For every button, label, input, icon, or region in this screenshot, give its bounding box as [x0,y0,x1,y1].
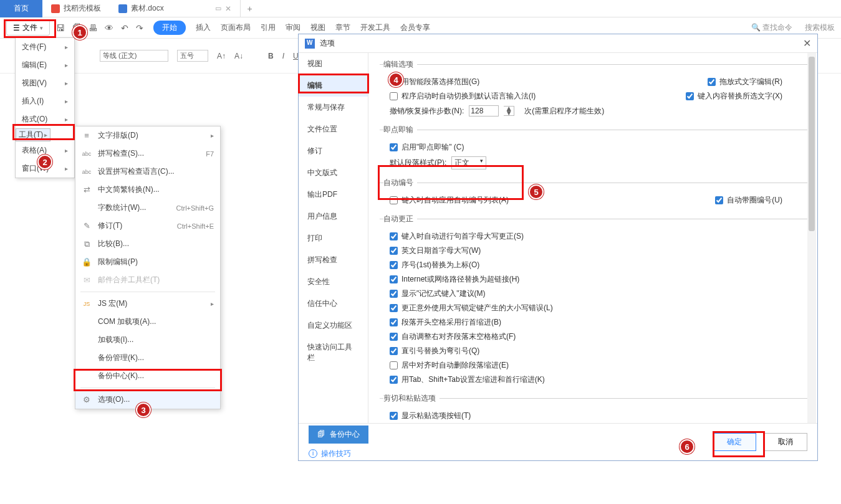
chk-autofix[interactable]: 序号(1st)替换为上标(O) [390,260,479,270]
ribbon-tab-start[interactable]: 开始 [153,21,186,35]
shrink-font-icon[interactable]: A↓ [234,52,243,60]
dlg-nav-item[interactable]: 视图 [299,53,368,75]
undo-steps-input[interactable]: 128 [469,105,499,116]
chk-replace-sel[interactable]: 键入内容替换所选文字(X) [686,91,782,102]
ribbon-tab[interactable]: 视图 [310,22,325,33]
sm-backup-mgr[interactable]: 备份管理(K)... [75,349,220,367]
fm-view[interactable]: 视图(V)▸ [16,74,74,92]
chk-autofix[interactable]: 直引号替换为弯引号(Q) [390,346,479,356]
dlg-nav-item[interactable]: 修订 [299,140,368,162]
sm-chinese-convert[interactable]: ⇄中文简繁转换(N)... [75,181,220,199]
search-template[interactable]: 搜索模板 [805,22,835,33]
mail-icon: ✉ [82,275,92,285]
chk-autofix[interactable]: 更正意外使用大写锁定键产生的大小写错误(L) [390,303,553,313]
dlg-nav-item[interactable]: 打印 [299,227,368,249]
undo-note: 次(需重启程序才能生效) [524,106,604,116]
tab-home[interactable]: 首页 [0,0,42,17]
doc-icon [118,4,127,13]
sm-com-addin[interactable]: COM 加载项(A)... [75,313,220,331]
quick-access: 🖫 🗐 🖶 👁 ↶ ↷ [56,23,143,33]
backup-center-button[interactable]: 🗐备份中心 [309,426,368,444]
dialog-nav: 视图编辑常规与保存文件位置修订中文版式输出PDF用户信息打印拼写检查安全性信任中… [299,53,368,423]
italic-icon[interactable]: I [282,52,284,60]
undo-icon[interactable]: ↶ [121,23,128,33]
dlg-nav-item[interactable]: 常规与保存 [299,97,368,118]
file-menu-button[interactable]: ☰ 文件 ▾ [6,20,50,36]
para-style-select[interactable]: 正文▾ [451,156,486,169]
chk-autofix[interactable]: 居中对齐时自动删除段落缩进(E) [390,360,509,371]
callout-1: 1 [72,25,87,40]
search-area: 🔍 查找命令 搜索模板 [751,22,835,33]
chk-autofix[interactable]: 键入时自动进行句首字母大写更正(S) [390,231,524,242]
bold-icon[interactable]: B [268,52,274,60]
dlg-nav-item[interactable]: 用户信息 [299,206,368,227]
search-command[interactable]: 🔍 查找命令 [751,22,792,33]
ribbon-tab[interactable]: 章节 [335,22,350,33]
ok-button[interactable]: 确定 [713,433,756,451]
cancel-button[interactable]: 取消 [764,433,807,451]
fm-format[interactable]: 格式(O)▸ [16,110,74,128]
chk-drag-edit[interactable]: 拖放式文字编辑(R) [708,77,782,87]
undo-steps-label: 撤销/恢复操作步数(N): [390,106,464,116]
tab-template[interactable]: 找稻壳模板 [42,0,110,17]
sm-addin[interactable]: 加载项(I)... [75,331,220,349]
sm-revise[interactable]: ✎修订(T)Ctrl+Shift+E [75,217,220,235]
chk-paste-btn[interactable]: 显示粘贴选项按钮(T) [390,411,471,421]
doc-close-icon[interactable]: ✕ [225,4,231,13]
print-icon[interactable]: 🖶 [89,23,97,33]
sm-spell-lang[interactable]: abc设置拼写检查语言(C)... [75,163,220,181]
dlg-nav-item[interactable]: 安全性 [299,271,368,293]
fm-tools[interactable]: 工具(T)▸ [16,128,50,141]
ribbon-tab[interactable]: 页面布局 [221,22,251,33]
sm-wordcount[interactable]: 字数统计(W)...Ctrl+Shift+G [75,199,220,217]
doc-restore-icon[interactable]: ▭ [215,4,221,12]
sm-compare[interactable]: ⧉比较(B)... [75,235,220,253]
sm-spellcheck[interactable]: abc拼写检查(S)...F7 [75,145,220,163]
section-paste: 剪切和粘贴选项 [383,393,440,404]
chk-autofix[interactable]: Internet或网络路径替换为超链接(H) [390,274,519,285]
sm-restrict[interactable]: 🔒限制编辑(P) [75,253,220,271]
chk-autonum-circle[interactable]: 自动带圈编号(U) [715,195,782,206]
redo-icon[interactable]: ↷ [136,23,143,33]
dlg-nav-item[interactable]: 信任中心 [299,293,368,315]
tab-document[interactable]: 素材.docx ▭ ✕ [110,0,241,17]
fm-edit[interactable]: 编辑(E)▸ [16,56,74,74]
size-select[interactable]: 五号 [177,50,208,62]
chk-autonum-apply[interactable]: 键入时自动应用自动编号列表(A) [390,195,509,206]
fm-file[interactable]: 文件(F)▸ [16,38,74,56]
chk-autofix[interactable]: 段落开头空格采用行首缩进(B) [390,317,501,328]
sm-js-macro[interactable]: JSJS 宏(M)▸ [75,295,220,313]
dlg-nav-item[interactable]: 中文版式 [299,162,368,184]
new-tab-button[interactable]: + [241,4,259,14]
ribbon-tab[interactable]: 会员专享 [400,22,430,33]
dlg-nav-item[interactable]: 输出PDF [299,184,368,206]
tips-link[interactable]: i操作技巧 [309,449,368,459]
undo-spinner[interactable]: ▲▼ [504,106,514,116]
dialog-title-bar: 选项 ✕ [299,34,817,53]
preview-icon[interactable]: 👁 [105,23,113,33]
chk-autofix[interactable]: 英文日期首字母大写(W) [390,245,481,256]
chk-auto-ime[interactable]: 程序启动时自动切换到默认语言输入法(I) [390,91,536,102]
ribbon-tab[interactable]: 插入 [196,22,211,33]
scrollbar[interactable] [807,53,816,423]
sm-backup-center[interactable]: 备份中心(K)... [75,367,220,385]
dlg-nav-item[interactable]: 自定义功能区 [299,315,368,336]
dlg-nav-item[interactable]: 编辑 [299,75,368,97]
ribbon-tab[interactable]: 审阅 [286,22,300,33]
chk-autofix[interactable]: 自动调整右对齐段落末空格格式(F) [390,331,516,342]
save-icon[interactable]: 🖫 [56,23,65,33]
sm-text-layout[interactable]: ≡文字排版(D)▸ [75,126,220,145]
fm-insert[interactable]: 插入(I)▸ [16,92,74,110]
dlg-nav-item[interactable]: 文件位置 [299,118,368,140]
ribbon-tab[interactable]: 开发工具 [360,22,390,33]
close-icon[interactable]: ✕ [803,37,811,49]
grow-font-icon[interactable]: A↑ [217,52,226,60]
dlg-nav-item[interactable]: 拼写检查 [299,249,368,271]
dialog-title: 选项 [320,38,335,49]
chk-click-enable[interactable]: 启用"即点即输" (C) [390,142,464,153]
chk-autofix[interactable]: 用Tab、Shift+Tab设置左缩进和首行缩进(K) [390,374,545,385]
ribbon-tab[interactable]: 引用 [261,22,276,33]
font-select[interactable]: 等线 (正文) [100,50,168,62]
chk-autofix[interactable]: 显示"记忆式键入"建议(M) [390,288,486,299]
dlg-nav-item[interactable]: 快速访问工具栏 [299,336,368,369]
